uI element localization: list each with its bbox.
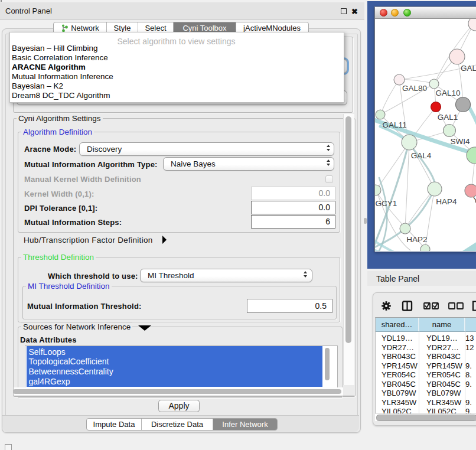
svg-text:GAL80: GAL80 (402, 84, 427, 93)
svg-text:GAL1: GAL1 (438, 113, 458, 122)
svg-text:GCY1: GCY1 (376, 199, 397, 208)
svg-text:GAL11: GAL11 (382, 120, 406, 129)
svg-text:SWI4: SWI4 (450, 137, 470, 146)
svg-text:GAL7: GAL7 (461, 64, 476, 73)
svg-text:Y: Y (473, 195, 476, 204)
svg-text:HAP4: HAP4 (436, 197, 457, 206)
svg-text:GAL4: GAL4 (411, 151, 432, 160)
svg-text:HAP2: HAP2 (406, 235, 427, 244)
svg-text:GAL10: GAL10 (435, 89, 460, 97)
